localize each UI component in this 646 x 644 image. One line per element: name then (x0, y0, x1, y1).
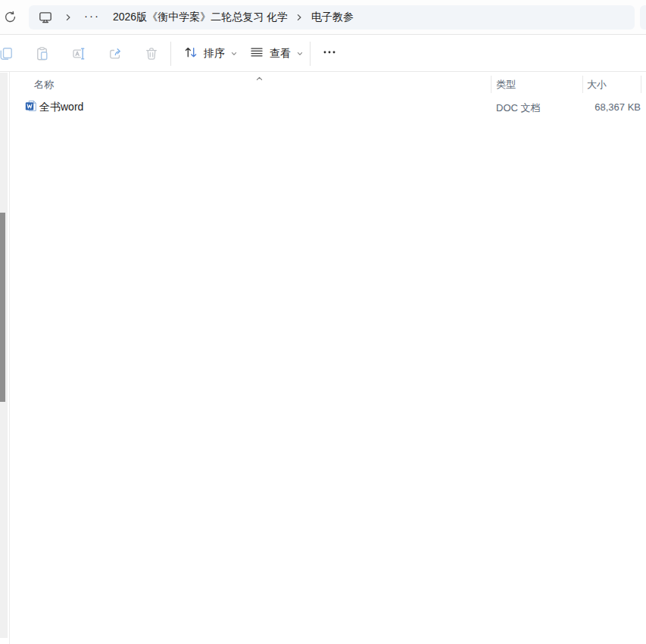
column-header-name[interactable]: 名称 (34, 78, 54, 92)
file-list-pane: 名称 类型 大小 全书word DOC 文档 68,367 KB (0, 72, 646, 644)
breadcrumb-overflow-button[interactable]: ··· (83, 8, 101, 27)
sort-arrows-icon (183, 45, 198, 63)
command-bar: 排序 查看 (0, 36, 646, 72)
address-bar[interactable]: ··· 2026版《衡中学案》二轮总复习 化学 电子教参 (29, 5, 635, 30)
file-row[interactable]: 全书word DOC 文档 68,367 KB (15, 96, 641, 116)
sort-button[interactable]: 排序 (179, 40, 242, 67)
file-size: 68,367 KB (527, 101, 641, 113)
pane-divider[interactable] (9, 72, 10, 644)
column-header-size[interactable]: 大小 (587, 78, 607, 92)
refresh-icon (4, 11, 17, 26)
column-resize-handle[interactable] (491, 76, 492, 93)
address-toolbar: ··· 2026版《衡中学案》二轮总复习 化学 电子教参 (0, 0, 646, 35)
column-resize-handle[interactable] (582, 76, 583, 93)
view-button[interactable]: 查看 (245, 40, 308, 67)
column-header-type[interactable]: 类型 (496, 78, 516, 92)
trash-icon[interactable] (144, 46, 159, 61)
toolbar-divider (170, 42, 171, 66)
column-resize-handle[interactable] (641, 76, 641, 93)
monitor-icon[interactable] (39, 11, 52, 24)
refresh-button[interactable] (1, 9, 19, 27)
rename-icon[interactable] (71, 46, 86, 61)
paste-icon[interactable] (35, 46, 50, 61)
copy-icon[interactable] (0, 46, 14, 61)
more-options-button[interactable] (316, 40, 343, 67)
nav-pane-scrollbar[interactable] (0, 73, 8, 638)
sort-button-label: 排序 (204, 47, 225, 61)
file-explorer-window: ··· 2026版《衡中学案》二轮总复习 化学 电子教参 (0, 0, 646, 644)
ellipsis-icon (322, 45, 337, 63)
word-doc-icon (24, 99, 38, 116)
file-name: 全书word (39, 101, 83, 114)
view-lines-icon (249, 45, 264, 63)
view-button-label: 查看 (270, 47, 291, 61)
share-icon[interactable] (108, 46, 123, 61)
breadcrumb-parent-folder[interactable]: 2026版《衡中学案》二轮总复习 化学 (113, 11, 288, 24)
sort-ascending-icon (254, 72, 264, 86)
chevron-down-icon (296, 47, 304, 61)
search-box[interactable] (640, 5, 646, 30)
breadcrumb-current-folder[interactable]: 电子教参 (311, 11, 354, 24)
chevron-right-icon[interactable] (64, 13, 73, 22)
toolbar-divider (310, 42, 311, 66)
chevron-down-icon (230, 47, 238, 61)
scrollbar-thumb[interactable] (0, 213, 5, 402)
chevron-right-icon[interactable] (295, 13, 304, 22)
